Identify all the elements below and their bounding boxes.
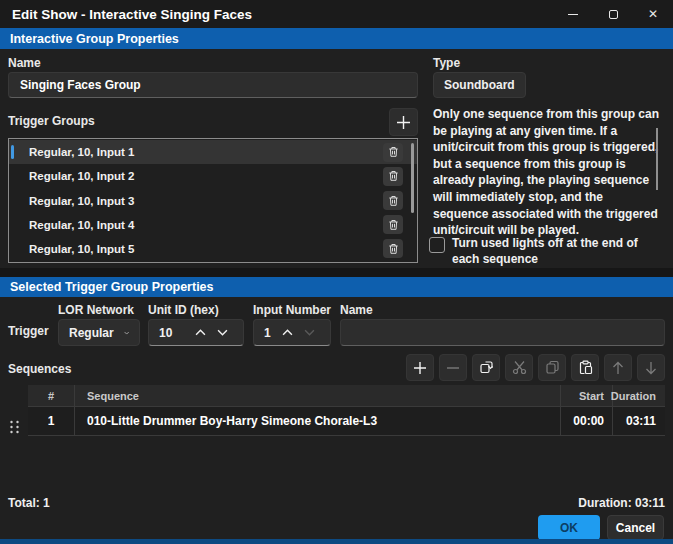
input-number-value[interactable]: 1	[264, 326, 271, 340]
total-count-label: Total: 1	[8, 496, 50, 510]
window-title: Edit Show - Interactive Singing Faces	[12, 7, 252, 22]
info-text-scrollbar[interactable]	[656, 128, 658, 190]
lights-off-label: Turn used lights off at the end of each …	[452, 235, 660, 267]
input-number-spinner[interactable]: 1	[253, 319, 331, 346]
paste-sequence-button[interactable]	[571, 354, 599, 381]
unit-id-spinner[interactable]: 10	[148, 319, 244, 346]
add-trigger-group-button[interactable]	[389, 108, 418, 136]
lor-network-value: Regular	[69, 326, 114, 340]
trigger-group-label: Regular, 10, Input 5	[29, 243, 134, 255]
trigger-group-row[interactable]: Regular, 10, Input 5	[9, 237, 417, 261]
delete-trigger-group-button[interactable]	[383, 167, 403, 186]
section-divider	[0, 268, 673, 277]
trigger-groups-label: Trigger Groups	[8, 114, 95, 128]
name-label: Name	[8, 56, 41, 70]
total-duration-label: Duration: 03:11	[578, 496, 665, 510]
sequences-toolbar	[406, 354, 665, 381]
selection-indicator	[11, 145, 14, 159]
delete-trigger-group-button[interactable]	[383, 191, 403, 210]
move-sequence-up-button[interactable]	[604, 354, 632, 381]
sequence-row-name: 010-Little Drummer Boy-Harry Simeone Cho…	[74, 407, 560, 435]
minimize-button[interactable]	[553, 0, 593, 28]
maximize-icon	[609, 10, 618, 19]
trash-icon	[388, 195, 399, 207]
type-label: Type	[433, 56, 460, 70]
cut-sequence-button[interactable]	[505, 354, 533, 381]
trigger-group-label: Regular, 10, Input 1	[29, 146, 134, 158]
minus-icon	[446, 361, 460, 375]
plus-icon	[396, 115, 411, 130]
duplicate-sequence-button[interactable]	[472, 354, 500, 381]
edit-show-dialog: Edit Show - Interactive Singing Faces ✕ …	[0, 0, 673, 544]
lor-network-label: LOR Network	[58, 303, 134, 317]
ok-button[interactable]: OK	[538, 515, 600, 540]
window-bottom-border	[0, 539, 673, 544]
grip-dots-icon	[9, 420, 20, 434]
lights-off-checkbox[interactable]	[429, 237, 445, 253]
chevron-up-icon	[195, 329, 206, 336]
delete-trigger-group-button[interactable]	[383, 215, 403, 234]
sequence-row-start: 00:00	[560, 407, 612, 435]
chevron-up-icon	[282, 329, 293, 336]
close-button[interactable]: ✕	[633, 0, 673, 28]
chevron-down-icon	[217, 329, 228, 336]
selected-trigger-header: Selected Trigger Group Properties	[0, 277, 673, 297]
trash-icon	[388, 146, 399, 158]
input-number-decrement-button[interactable]	[298, 329, 320, 336]
group-info-text: Only one sequence from this group can be…	[433, 106, 660, 239]
trigger-group-label: Regular, 10, Input 3	[29, 195, 134, 207]
cancel-button[interactable]: Cancel	[607, 515, 664, 540]
unit-id-label: Unit ID (hex)	[148, 303, 219, 317]
column-header-duration: Duration	[612, 385, 664, 406]
trigger-row-label: Trigger	[8, 324, 49, 338]
clipboard-paste-icon	[578, 360, 593, 375]
chevron-down-icon	[124, 330, 129, 336]
row-drag-handle[interactable]	[9, 420, 20, 434]
minimize-icon	[568, 14, 578, 15]
sequences-table-header: # Sequence Start Duration	[28, 385, 665, 407]
move-sequence-down-button[interactable]	[637, 354, 665, 381]
trigger-group-row[interactable]: Regular, 10, Input 4	[9, 213, 417, 237]
title-bar: Edit Show - Interactive Singing Faces ✕	[0, 0, 673, 28]
input-number-label: Input Number	[253, 303, 331, 317]
remove-sequence-button[interactable]	[439, 354, 467, 381]
sequences-table: # Sequence Start Duration 1 010-Little D…	[28, 385, 665, 436]
trigger-group-label: Regular, 10, Input 2	[29, 170, 134, 182]
sequences-label: Sequences	[8, 362, 71, 376]
maximize-button[interactable]	[593, 0, 633, 28]
trigger-group-label: Regular, 10, Input 4	[29, 219, 134, 231]
sequence-row-duration: 03:11	[612, 407, 664, 435]
trash-icon	[388, 243, 399, 255]
trigger-groups-list: Regular, 10, Input 1 Regular, 10, Input …	[8, 138, 418, 263]
column-header-number: #	[28, 390, 74, 402]
trigger-group-row[interactable]: Regular, 10, Input 1	[9, 140, 417, 164]
unit-id-decrement-button[interactable]	[211, 329, 233, 336]
trigger-name-input[interactable]	[340, 319, 665, 346]
delete-trigger-group-button[interactable]	[383, 239, 403, 258]
sequence-row-number: 1	[28, 414, 74, 428]
copy-sequence-button[interactable]	[538, 354, 566, 381]
unit-id-increment-button[interactable]	[189, 329, 211, 336]
trigger-group-row[interactable]: Regular, 10, Input 2	[9, 164, 417, 188]
delete-trigger-group-button[interactable]	[383, 143, 403, 162]
close-icon: ✕	[648, 8, 658, 20]
window-controls: ✕	[553, 0, 673, 28]
group-properties-header-label: Interactive Group Properties	[10, 32, 179, 46]
lor-network-dropdown[interactable]: Regular	[58, 319, 140, 346]
trigger-group-row[interactable]: Regular, 10, Input 3	[9, 188, 417, 212]
trash-icon	[388, 170, 399, 182]
trigger-list-scrollbar[interactable]	[411, 143, 414, 213]
input-number-increment-button[interactable]	[276, 329, 298, 336]
group-properties-header: Interactive Group Properties	[0, 28, 673, 49]
column-header-sequence: Sequence	[74, 385, 560, 406]
group-name-input[interactable]	[8, 72, 418, 98]
type-dropdown[interactable]: Soundboard	[433, 72, 526, 98]
selected-trigger-header-label: Selected Trigger Group Properties	[10, 280, 214, 294]
chevron-down-icon	[304, 329, 315, 336]
unit-id-value[interactable]: 10	[159, 326, 172, 340]
add-sequence-button[interactable]	[406, 354, 434, 381]
scissors-icon	[512, 360, 527, 375]
trigger-name-label: Name	[340, 303, 373, 317]
sequence-row[interactable]: 1 010-Little Drummer Boy-Harry Simeone C…	[28, 407, 665, 436]
copy-icon	[545, 360, 560, 375]
